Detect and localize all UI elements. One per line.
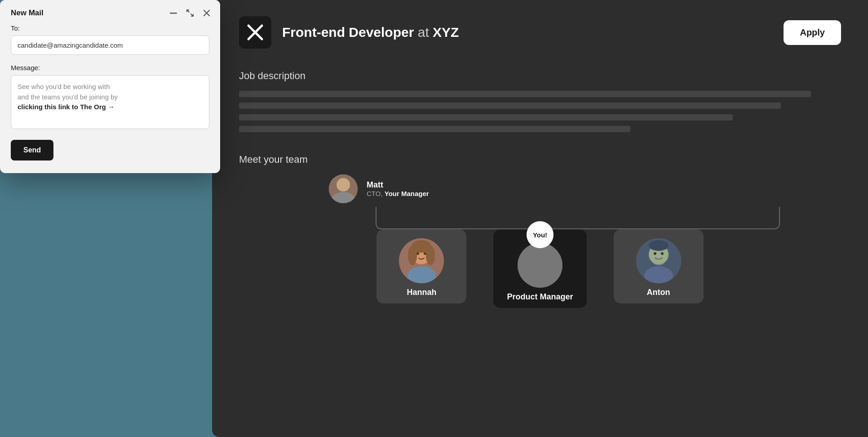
- new-mail-modal: New Mail To: Message:: [0, 0, 220, 173]
- svg-point-5: [345, 183, 346, 184]
- desc-line-4: [239, 126, 630, 132]
- team-member-hannah[interactable]: Hannah: [376, 229, 466, 308]
- job-title-role: Front-end Developer: [282, 25, 414, 40]
- you-badge: You!: [527, 221, 554, 248]
- expand-button[interactable]: [185, 8, 195, 18]
- meet-team-title: Meet your team: [239, 154, 841, 165]
- hannah-name: Hannah: [407, 288, 436, 297]
- expand-icon: [186, 9, 194, 17]
- hannah-card: Hannah: [376, 229, 466, 303]
- message-textarea-display[interactable]: See who you'd be working with and the te…: [11, 75, 209, 129]
- svg-point-13: [424, 252, 426, 255]
- you-avatar: [518, 243, 562, 288]
- job-title: Front-end Developer at XYZ: [282, 25, 459, 40]
- desc-line-2: [239, 103, 781, 109]
- svg-point-16: [649, 240, 669, 251]
- svg-rect-1: [329, 174, 358, 203]
- you-role-name: Product Manager: [507, 292, 573, 302]
- svg-point-2: [337, 178, 350, 191]
- close-icon: [203, 9, 210, 17]
- hannah-avatar-image: [399, 238, 444, 283]
- close-button[interactable]: [202, 9, 211, 18]
- modal-titlebar: New Mail: [0, 0, 220, 24]
- team-member-you[interactable]: You! Product Manager: [493, 229, 586, 308]
- svg-point-20: [652, 258, 665, 265]
- job-title-connector: at: [414, 25, 433, 40]
- manager-title: CTO: [367, 190, 381, 197]
- manager-info: Matt CTO, Your Manager: [367, 180, 429, 197]
- job-panel: Front-end Developer at XYZ Apply Job des…: [212, 0, 868, 437]
- bracket-line: [376, 207, 780, 229]
- team-members-row: Hannah You! Product Manager: [239, 229, 841, 308]
- desc-line-1: [239, 91, 811, 97]
- svg-point-4: [340, 183, 342, 184]
- company-logo: [239, 16, 271, 49]
- message-label: Message:: [11, 64, 209, 71]
- anton-name: Anton: [647, 288, 670, 297]
- svg-point-19: [661, 252, 664, 255]
- team-member-anton[interactable]: Anton: [614, 229, 704, 308]
- anton-avatar-image: [636, 238, 681, 283]
- message-link[interactable]: clicking this link to The Org →: [18, 103, 115, 111]
- modal-title: New Mail: [11, 9, 44, 18]
- description-lines: [239, 91, 841, 132]
- hannah-avatar: [399, 238, 444, 283]
- manager-role: CTO, Your Manager: [367, 190, 429, 197]
- manager-role-label: Your Manager: [385, 190, 429, 197]
- minimize-icon: [170, 13, 177, 14]
- apply-button[interactable]: Apply: [784, 20, 841, 45]
- to-input[interactable]: [11, 36, 209, 55]
- mail-body: To: Message: See who you'd be working wi…: [0, 24, 220, 161]
- job-title-company: XYZ: [433, 25, 459, 40]
- job-description-section: Job description: [239, 70, 841, 132]
- svg-point-18: [654, 252, 656, 255]
- anton-avatar: [636, 238, 681, 283]
- anton-card: Anton: [614, 229, 704, 303]
- job-header-left: Front-end Developer at XYZ: [239, 16, 459, 49]
- svg-rect-0: [170, 13, 177, 14]
- message-text-line1: See who you'd be working with: [18, 83, 110, 90]
- desc-line-3: [239, 114, 733, 120]
- modal-controls: [169, 8, 211, 18]
- svg-point-9: [408, 245, 417, 265]
- to-label: To:: [11, 24, 209, 32]
- job-header: Front-end Developer at XYZ Apply: [239, 16, 841, 49]
- message-text-line2: and the teams you'd be joining by: [18, 93, 118, 101]
- svg-point-3: [333, 192, 353, 203]
- manager-row: Matt CTO, Your Manager: [239, 174, 841, 203]
- team-section: Meet your team Matt CTO, Your Manager: [239, 154, 841, 308]
- manager-name: Matt: [367, 180, 429, 190]
- manager-avatar-image: [329, 174, 358, 203]
- send-button[interactable]: Send: [11, 140, 53, 161]
- company-logo-icon: [246, 23, 264, 41]
- svg-point-10: [426, 245, 435, 265]
- svg-point-12: [416, 252, 419, 255]
- manager-avatar: [329, 174, 358, 203]
- job-description-title: Job description: [239, 70, 841, 82]
- minimize-button[interactable]: [169, 12, 178, 15]
- bracket-connector: [341, 207, 814, 229]
